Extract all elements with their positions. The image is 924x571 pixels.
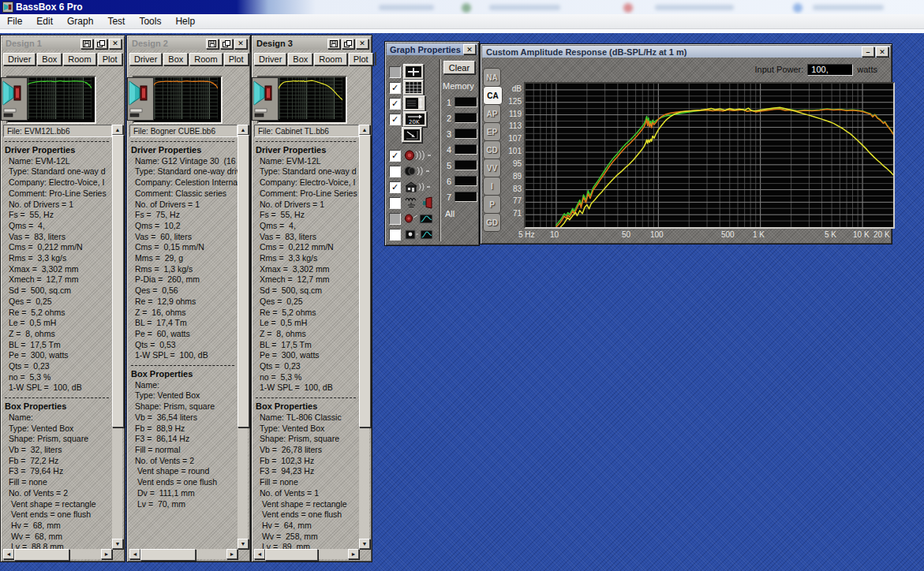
graph-tab-ca[interactable]: CA	[483, 86, 503, 105]
tab-plot[interactable]: Plot	[98, 53, 122, 65]
tab-room[interactable]: Room	[63, 53, 95, 65]
close-icon[interactable]: ✕	[876, 47, 888, 57]
scroll-up-icon[interactable]: ▲	[238, 125, 249, 135]
input-power-field[interactable]	[807, 64, 853, 76]
scroll-down-icon[interactable]: ▼	[112, 539, 123, 549]
tab-plot[interactable]: Plot	[349, 53, 373, 65]
grid-icon[interactable]	[403, 80, 424, 95]
menu-item-file[interactable]: File	[0, 15, 29, 28]
corner-resize-icon[interactable]	[402, 127, 422, 143]
vertical-scrollbar[interactable]: ▲ ▼	[112, 125, 122, 549]
menu-item-tools[interactable]: Tools	[132, 15, 168, 28]
speaker-measure-checkbox[interactable]	[389, 213, 401, 225]
grid-checkbox[interactable]: ✓	[389, 82, 401, 94]
horizontal-scrollbar[interactable]: ◄ ►	[3, 549, 112, 559]
speaker-normal-icon[interactable]	[403, 148, 433, 162]
menu-item-test[interactable]: Test	[100, 15, 132, 28]
scroll-right-icon[interactable]: ►	[226, 549, 238, 559]
graph-properties-titlebar[interactable]: Graph Properties ✕	[387, 43, 477, 55]
close-icon[interactable]: ✕	[463, 44, 476, 54]
graph-tab-cd[interactable]: CD	[483, 140, 501, 159]
memory-slot[interactable]	[455, 97, 477, 107]
vertical-scrollbar[interactable]: ▲ ▼	[359, 125, 369, 549]
scroll-up-icon[interactable]: ▲	[359, 125, 370, 135]
app-titlebar[interactable]: BassBox 6 Pro	[0, 0, 924, 14]
scroll-down-icon[interactable]: ▼	[359, 539, 370, 549]
speaker-isobaric-icon[interactable]	[403, 164, 433, 178]
menu-item-edit[interactable]: Edit	[29, 15, 60, 28]
tab-driver[interactable]: Driver	[3, 53, 36, 65]
memory-slot[interactable]	[455, 160, 477, 170]
graph-tab-i[interactable]: I	[483, 177, 501, 196]
tab-driver[interactable]: Driver	[129, 53, 162, 65]
vertical-scrollbar[interactable]: ▲ ▼	[238, 125, 248, 549]
close-icon[interactable]: ✕	[109, 39, 122, 49]
menu-item-graph[interactable]: Graph	[60, 15, 100, 28]
graph-window-titlebar[interactable]: Custom Amplitude Response (dB-SPL/Hz at …	[482, 46, 890, 58]
scroll-thumb[interactable]	[265, 549, 318, 561]
filter-network-icon[interactable]	[403, 196, 435, 210]
mic-measure-icon[interactable]	[403, 227, 435, 241]
memory-slot[interactable]	[455, 113, 477, 123]
scale-horizontal-20k-checkbox[interactable]: ✓	[389, 114, 401, 125]
horizontal-scrollbar[interactable]: ◄ ►	[254, 549, 359, 559]
graph-tab-vv[interactable]: VV	[483, 159, 501, 177]
scroll-down-icon[interactable]: ▼	[238, 539, 249, 549]
memory-slot[interactable]	[455, 129, 477, 139]
room-acoustic-icon[interactable]	[403, 180, 433, 194]
speaker-normal-checkbox[interactable]: ✓	[389, 150, 401, 162]
duplicate-design-icon[interactable]	[220, 39, 233, 49]
graph-tab-gd[interactable]: GD	[483, 213, 501, 232]
plot-color-swatch[interactable]	[375, 52, 376, 65]
scroll-thumb[interactable]	[14, 549, 69, 561]
memory-slot[interactable]	[455, 144, 477, 155]
graph-tab-ep[interactable]: EP	[483, 122, 501, 141]
scale-vertical-checkbox[interactable]: ✓	[389, 98, 401, 110]
clear-button[interactable]: Clear	[443, 61, 475, 74]
tab-room[interactable]: Room	[314, 53, 346, 65]
duplicate-design-icon[interactable]	[342, 39, 354, 49]
duplicate-design-icon[interactable]	[95, 39, 107, 49]
scroll-thumb[interactable]	[359, 135, 371, 427]
scroll-left-icon[interactable]: ◄	[254, 549, 265, 559]
design-titlebar[interactable]: Design 1 ✕	[2, 37, 123, 50]
horizontal-scrollbar[interactable]: ◄ ►	[129, 549, 238, 559]
tab-box[interactable]: Box	[163, 53, 188, 65]
scale-vertical-icon[interactable]	[403, 95, 425, 111]
scroll-left-icon[interactable]: ◄	[3, 549, 14, 559]
save-design-icon[interactable]	[206, 39, 219, 49]
scale-horizontal-20k-icon[interactable]: 20K	[403, 111, 427, 127]
scroll-right-icon[interactable]: ►	[101, 549, 112, 559]
close-icon[interactable]: ✕	[234, 39, 247, 49]
minimize-icon[interactable]: –	[862, 47, 874, 57]
memory-slot[interactable]	[455, 176, 477, 186]
tab-box[interactable]: Box	[288, 53, 312, 65]
menu-item-help[interactable]: Help	[168, 15, 202, 28]
room-acoustic-checkbox[interactable]: ✓	[389, 181, 401, 193]
tab-plot[interactable]: Plot	[224, 53, 249, 65]
filter-network-checkbox[interactable]	[389, 197, 401, 209]
scroll-thumb[interactable]	[140, 549, 196, 561]
save-design-icon[interactable]	[327, 39, 340, 49]
scroll-thumb[interactable]	[112, 135, 124, 427]
speaker-measure-icon[interactable]	[403, 211, 435, 226]
mic-measure-checkbox[interactable]	[389, 229, 401, 241]
scroll-left-icon[interactable]: ◄	[129, 549, 140, 559]
graph-tab-p[interactable]: P	[483, 195, 501, 214]
design-titlebar[interactable]: Design 3 ✕	[253, 37, 370, 50]
crosshair-icon[interactable]	[403, 64, 424, 80]
design-titlebar[interactable]: Design 2 ✕	[129, 37, 249, 50]
tab-box[interactable]: Box	[37, 53, 62, 65]
crosshair-checkbox[interactable]	[389, 66, 401, 78]
save-design-icon[interactable]	[80, 39, 93, 49]
close-icon[interactable]: ✕	[356, 39, 368, 49]
graph-tab-na[interactable]: NA	[483, 68, 501, 87]
tab-driver[interactable]: Driver	[254, 53, 286, 65]
scroll-up-icon[interactable]: ▲	[112, 125, 123, 135]
graph-tab-ap[interactable]: AP	[483, 104, 501, 123]
memory-slot[interactable]	[455, 192, 477, 202]
scroll-right-icon[interactable]: ►	[348, 549, 359, 559]
plot-color-swatch[interactable]	[124, 52, 125, 65]
scroll-thumb[interactable]	[238, 135, 249, 427]
speaker-isobaric-checkbox[interactable]	[389, 166, 401, 177]
